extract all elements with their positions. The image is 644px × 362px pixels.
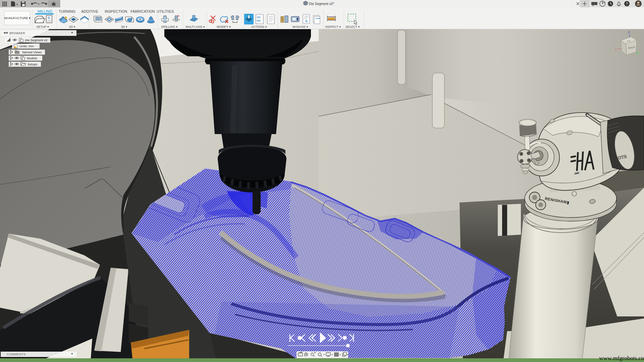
svg-text:Setups: Setups xyxy=(28,62,38,66)
svg-text:?: ? xyxy=(626,2,628,6)
svg-text:Models: Models xyxy=(27,56,37,60)
svg-text:Named Views: Named Views xyxy=(22,50,42,54)
svg-text:Units: mm: Units: mm xyxy=(19,44,34,48)
svg-text:G2: G2 xyxy=(257,19,261,22)
svg-text:X: X xyxy=(615,48,617,51)
svg-text:Die Segment v2: Die Segment v2 xyxy=(25,38,48,42)
svg-text:Z: Z xyxy=(628,31,630,34)
svg-text:www.mfgrobots.com: www.mfgrobots.com xyxy=(599,355,644,361)
svg-text:G: G xyxy=(48,16,50,19)
svg-text:Die Segment v2*: Die Segment v2* xyxy=(309,2,334,6)
svg-text:G1: G1 xyxy=(257,16,261,19)
svg-text:G: G xyxy=(305,19,308,23)
svg-text:+: + xyxy=(177,14,179,18)
